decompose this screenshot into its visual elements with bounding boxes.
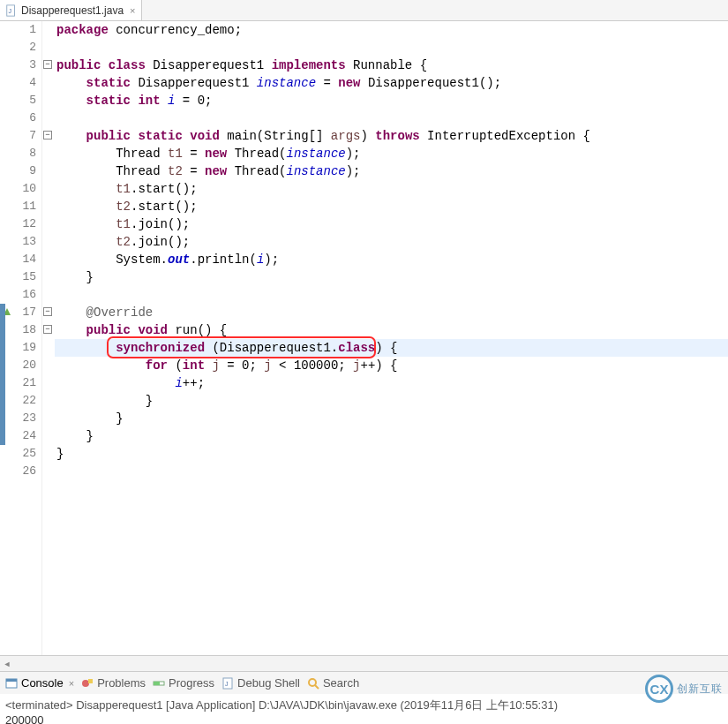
code-line [56,109,728,127]
fold-toggle-icon[interactable]: − [43,131,52,140]
line-number: 10 [16,180,36,198]
svg-point-10 [309,679,316,686]
svg-text:J: J [9,7,12,13]
code-line: } [56,427,728,445]
fold-toggle-icon[interactable]: − [43,307,52,316]
svg-rect-5 [88,679,93,683]
line-number-ruler: 1 2 3 4 5 6 7 8 9 10 11 12 13 14 15 16 1… [16,21,42,655]
debug-shell-icon: J [221,677,234,690]
code-line: t1.join(); [56,215,728,233]
tab-label: Progress [169,676,214,690]
tab-label: Debug Shell [237,676,300,690]
line-number: 18 [16,321,36,339]
code-line [56,39,728,57]
code-line: System.out.println(i); [56,251,728,268]
line-number: 1 [16,21,36,39]
change-marker [0,304,5,445]
line-number: 7 [16,127,36,145]
editor-tab[interactable]: J Disapperequest1.java × [0,0,142,20]
fold-toggle-icon[interactable]: − [43,325,52,334]
svg-text:J: J [225,681,229,687]
line-number: 3 [16,57,36,74]
console-output[interactable]: <terminated> Disapperequest1 [Java Appli… [0,694,728,724]
line-number: 14 [16,251,36,268]
problems-icon [81,677,94,690]
line-number: 9 [16,162,36,180]
tab-filename: Disapperequest1.java [21,4,124,17]
console-output-line: 200000 [5,713,723,724]
tab-label: Search [323,676,359,690]
svg-line-11 [315,685,319,689]
line-number: 12 [16,215,36,233]
console-terminated-line: <terminated> Disapperequest1 [Java Appli… [5,698,723,713]
code-line: package concurrency_demo; [56,21,728,39]
line-number: 5 [16,92,36,109]
java-file-icon: J [5,4,18,17]
code-area[interactable]: package concurrency_demo; public class D… [55,21,728,655]
line-number: 6 [16,109,36,127]
tab-debug-shell[interactable]: J Debug Shell [221,676,300,690]
line-number: 21 [16,374,36,392]
code-line: i++; [56,374,728,392]
line-number: 19 [16,339,36,357]
code-line: Thread t1 = new Thread(instance); [56,145,728,162]
code-line [56,463,728,480]
editor-tab-bar: J Disapperequest1.java × [0,0,728,21]
code-line: t2.join(); [56,233,728,251]
line-number: 23 [16,410,36,427]
line-number: 26 [16,463,36,480]
console-icon [5,677,18,690]
line-number: 22 [16,392,36,410]
line-number: 16 [16,286,36,304]
tab-label: Problems [97,676,146,690]
line-number: 2 [16,39,36,57]
progress-icon [153,677,165,690]
bottom-view-tabs: Console × Problems Progress J Debug Shel… [0,671,728,694]
watermark-text: 创新互联 [677,682,723,697]
code-line: for (int j = 0; j < 100000; j++) { [56,357,728,374]
scroll-left-icon[interactable]: ◄ [0,656,14,671]
watermark-logo: CX [645,675,673,703]
tab-label: Console [21,676,64,690]
code-line: } [56,445,728,463]
code-line: } [56,268,728,286]
code-line: } [56,410,728,427]
code-line: } [56,392,728,410]
line-number: 20 [16,357,36,374]
svg-point-4 [82,680,89,687]
svg-rect-7 [154,682,160,685]
code-line: @Override [56,304,728,321]
code-line: public class Disapperequest1 implements … [56,57,728,74]
tab-console[interactable]: Console × [5,676,74,690]
line-number: 8 [16,145,36,162]
line-number: 25 [16,445,36,463]
code-line: t1.start(); [56,180,728,198]
code-line: public static void main(String[] args) t… [56,127,728,145]
code-line [56,286,728,304]
code-line: Thread t2 = new Thread(instance); [56,162,728,180]
code-line: static Disapperequest1 instance = new Di… [56,74,728,92]
tab-progress[interactable]: Progress [153,676,214,690]
tab-close-icon[interactable]: × [67,678,74,689]
tab-close-icon[interactable]: × [127,5,135,16]
code-editor[interactable]: 1 2 3 4 5 6 7 8 9 10 11 12 13 14 15 16 1… [0,21,728,655]
svg-rect-3 [6,679,17,682]
line-number: 11 [16,198,36,215]
code-line: static int i = 0; [56,92,728,109]
watermark: CX 创新互联 [645,675,723,703]
tab-problems[interactable]: Problems [81,676,146,690]
annotation-highlight-box [107,336,376,358]
fold-toggle-icon[interactable]: − [43,60,52,69]
search-icon [307,677,319,690]
code-line: t2.start(); [56,198,728,215]
line-number: 24 [16,427,36,445]
fold-column: − − − − [42,21,55,655]
line-number: 4 [16,74,36,92]
line-number: 17 [16,304,36,321]
line-number: 15 [16,268,36,286]
horizontal-scrollbar[interactable]: ◄ [0,655,728,671]
tab-search[interactable]: Search [307,676,359,690]
line-number: 13 [16,233,36,251]
